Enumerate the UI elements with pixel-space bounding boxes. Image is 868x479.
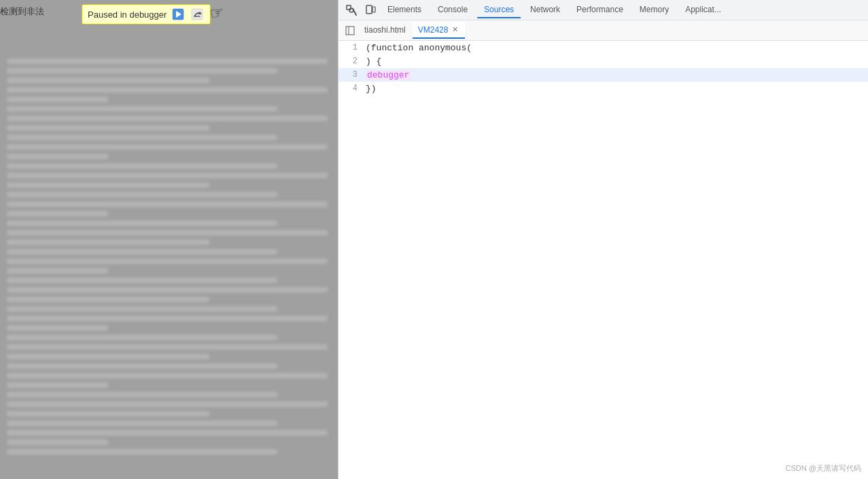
sidebar-icon [345, 26, 355, 35]
code-line-3: 3 debugger [338, 68, 868, 82]
line-content-2: ) { [366, 56, 868, 67]
footer-watermark: CSDN @天黑请写代码 [786, 463, 861, 474]
file-tabs-bar: tiaoshi.html VM2428 ✕ [338, 20, 868, 41]
tab-memory[interactable]: Memory [633, 2, 676, 18]
line-number-3: 3 [338, 70, 366, 80]
code-line-4: 4 }) [338, 82, 868, 95]
line-content-4: }) [366, 84, 868, 94]
resume-icon [172, 8, 184, 20]
file-tab-tiaoshi-label: tiaoshi.html [364, 25, 406, 35]
devtools-panel: Elements Console Sources Network Perform… [338, 0, 868, 479]
resume-button[interactable] [171, 7, 186, 22]
tab-elements[interactable]: Elements [381, 2, 428, 18]
file-tab-vm2428-label: VM2428 [418, 25, 449, 35]
debugger-keyword: debugger [366, 70, 411, 80]
tab-sources[interactable]: Sources [477, 2, 521, 18]
sidebar-toggle-button[interactable] [343, 23, 358, 38]
chinese-text-label: 检测到非法 [0, 5, 44, 18]
paused-debugger-banner: Paused in debugger [82, 4, 211, 24]
svg-rect-8 [366, 5, 372, 14]
tab-application[interactable]: Applicat... [678, 2, 728, 18]
tab-console[interactable]: Console [431, 2, 474, 18]
line-content-3: debugger [366, 70, 868, 80]
svg-rect-9 [372, 7, 375, 12]
line-number-2: 2 [338, 56, 366, 66]
device-toolbar-button[interactable] [362, 1, 379, 19]
file-tab-vm2428-close[interactable]: ✕ [451, 24, 459, 35]
paused-banner-text: Paused in debugger [88, 10, 167, 20]
file-tab-vm2428[interactable]: VM2428 ✕ [413, 22, 466, 39]
code-line-1: 1 (function anonymous( [338, 41, 868, 54]
left-panel: 检测到非法 Paused in debugger ☞ [0, 0, 338, 479]
device-icon [365, 5, 376, 16]
devtools-topbar: Elements Console Sources Network Perform… [338, 0, 868, 20]
tab-performance[interactable]: Performance [570, 2, 630, 18]
tab-network[interactable]: Network [523, 2, 567, 18]
inspect-icon [346, 5, 357, 16]
file-tab-tiaoshi[interactable]: tiaoshi.html [359, 22, 411, 39]
step-over-icon [191, 8, 203, 20]
svg-rect-10 [346, 27, 354, 35]
code-line-2: 2 ) { [338, 54, 868, 68]
step-over-button[interactable] [190, 7, 205, 22]
line-number-1: 1 [338, 43, 366, 52]
blurred-page-content [0, 54, 338, 479]
line-number-4: 4 [338, 84, 366, 93]
devtools-tabs: Elements Console Sources Network Perform… [381, 2, 864, 18]
line-content-1: (function anonymous( [366, 43, 868, 53]
inspect-element-button[interactable] [343, 1, 360, 19]
code-editor: 1 (function anonymous( 2 ) { 3 debugger … [338, 41, 868, 479]
